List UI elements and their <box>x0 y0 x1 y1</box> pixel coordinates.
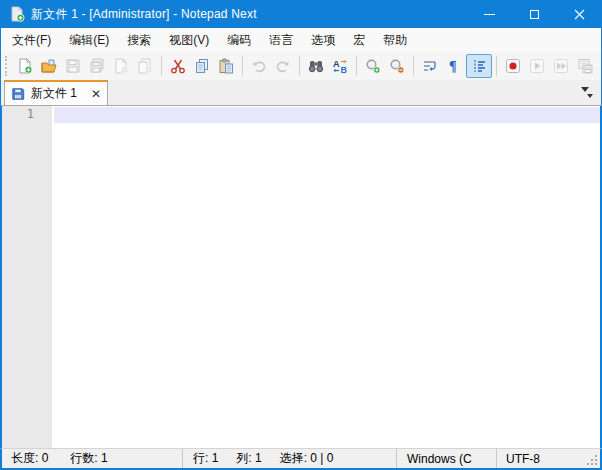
tab-list-button[interactable] <box>577 85 593 101</box>
cut-button[interactable] <box>166 54 190 78</box>
status-bar: 长度: 0 行数: 1 行: 1 列: 1 选择: 0 | 0 Windows … <box>0 448 602 468</box>
word-wrap-button[interactable] <box>418 54 442 78</box>
text-area[interactable] <box>52 106 600 448</box>
indent-guide-icon <box>471 58 487 74</box>
chevron-down-icon <box>587 94 593 98</box>
close-all-icon <box>137 58 153 74</box>
paste-button[interactable] <box>214 54 238 78</box>
maximize-icon <box>530 10 539 19</box>
menu-bar: 文件(F) 编辑(E) 搜索 视图(V) 编码 语言 选项 宏 帮助 <box>0 28 602 52</box>
menu-help[interactable]: 帮助 <box>374 28 416 53</box>
menu-view[interactable]: 视图(V) <box>160 28 218 53</box>
open-file-button[interactable] <box>37 54 61 78</box>
save-all-button[interactable] <box>85 54 109 78</box>
menu-file[interactable]: 文件(F) <box>3 28 60 53</box>
copy-button[interactable] <box>190 54 214 78</box>
save-icon <box>65 58 81 74</box>
run-macro-multiple-button[interactable] <box>549 54 573 78</box>
tab-close-icon[interactable]: ✕ <box>91 88 101 100</box>
toolbar-grip[interactable] <box>5 56 10 76</box>
chevron-down-icon <box>581 87 589 92</box>
close-icon <box>574 9 585 20</box>
notepad-next-window: 新文件 1 - [Administrator] - Notepad Next 文… <box>0 0 602 470</box>
undo-icon <box>251 58 267 74</box>
redo-button[interactable] <box>271 54 295 78</box>
new-file-icon <box>17 58 33 74</box>
svg-text:B: B <box>341 65 348 74</box>
word-wrap-icon <box>422 58 438 74</box>
line-number-gutter: 1 <box>2 106 52 448</box>
toolbar-separator <box>299 56 300 76</box>
close-all-button[interactable] <box>133 54 157 78</box>
window-title: 新文件 1 - [Administrator] - Notepad Next <box>31 6 257 23</box>
undo-button[interactable] <box>247 54 271 78</box>
title-bar: 新文件 1 - [Administrator] - Notepad Next <box>0 0 602 28</box>
status-encoding-label: UTF-8 <box>506 452 540 466</box>
show-all-characters-button[interactable]: ¶ <box>442 54 466 78</box>
zoom-out-icon <box>389 58 405 74</box>
zoom-out-button[interactable] <box>385 54 409 78</box>
menu-edit[interactable]: 编辑(E) <box>60 28 118 53</box>
menu-macro[interactable]: 宏 <box>344 28 374 53</box>
play-macro-button[interactable] <box>525 54 549 78</box>
menu-encoding[interactable]: 编码 <box>218 28 260 53</box>
play-macro-icon <box>529 58 545 74</box>
status-length: 长度: 0 <box>11 450 48 467</box>
minimize-icon <box>484 14 495 15</box>
close-button[interactable] <box>557 0 602 28</box>
toolbar-separator <box>496 56 497 76</box>
resize-grip-icon[interactable] <box>587 455 598 466</box>
menu-settings[interactable]: 选项 <box>302 28 344 53</box>
status-eol-format[interactable]: Windows (C <box>397 449 497 468</box>
run-macro-multiple-icon <box>553 58 569 74</box>
app-icon <box>9 6 25 22</box>
save-macro-icon <box>577 58 593 74</box>
indent-guide-button[interactable] <box>466 54 492 78</box>
menu-language[interactable]: 语言 <box>260 28 302 53</box>
tab-label: 新文件 1 <box>31 85 85 102</box>
close-file-button[interactable] <box>109 54 133 78</box>
save-all-icon <box>89 58 105 74</box>
redo-icon <box>275 58 291 74</box>
minimize-button[interactable] <box>467 0 512 28</box>
save-macro-button[interactable] <box>573 54 597 78</box>
paste-icon <box>218 58 234 74</box>
save-button[interactable] <box>61 54 85 78</box>
tab-bar: 新文件 1 ✕ <box>0 80 602 106</box>
status-cursor-position: 行: 1 列: 1 选择: 0 | 0 <box>183 449 397 468</box>
toolbar-separator <box>242 56 243 76</box>
maximize-button[interactable] <box>512 0 557 28</box>
status-encoding[interactable]: UTF-8 <box>497 449 600 468</box>
copy-icon <box>194 58 210 74</box>
replace-button[interactable]: A B <box>328 54 352 78</box>
editor-area[interactable]: 1 <box>0 106 602 448</box>
status-selection: 选择: 0 | 0 <box>280 450 334 467</box>
line-number: 1 <box>2 106 52 123</box>
svg-text:¶: ¶ <box>449 59 457 74</box>
toolbar-separator <box>356 56 357 76</box>
open-file-icon <box>41 58 57 74</box>
status-column: 列: 1 <box>236 450 261 467</box>
status-eol-label: Windows (C <box>407 452 472 466</box>
toolbar-separator <box>413 56 414 76</box>
show-all-characters-icon: ¶ <box>446 58 462 74</box>
close-file-icon <box>113 58 129 74</box>
new-file-button[interactable] <box>13 54 37 78</box>
toolbar: A B <box>0 52 602 80</box>
find-icon <box>308 58 324 74</box>
record-macro-icon <box>505 58 521 74</box>
menu-search[interactable]: 搜索 <box>118 28 160 53</box>
cut-icon <box>170 58 186 74</box>
toolbar-separator <box>161 56 162 76</box>
status-line: 行: 1 <box>193 450 218 467</box>
record-macro-button[interactable] <box>501 54 525 78</box>
find-button[interactable] <box>304 54 328 78</box>
caret-line-highlight <box>54 107 600 123</box>
tab-new-file-1[interactable]: 新文件 1 ✕ <box>4 80 108 105</box>
saved-file-icon <box>11 87 25 101</box>
zoom-in-button[interactable] <box>361 54 385 78</box>
svg-text:A: A <box>333 59 340 69</box>
zoom-in-icon <box>365 58 381 74</box>
replace-icon: A B <box>332 58 348 74</box>
status-doc-summary: 长度: 0 行数: 1 <box>2 449 183 468</box>
